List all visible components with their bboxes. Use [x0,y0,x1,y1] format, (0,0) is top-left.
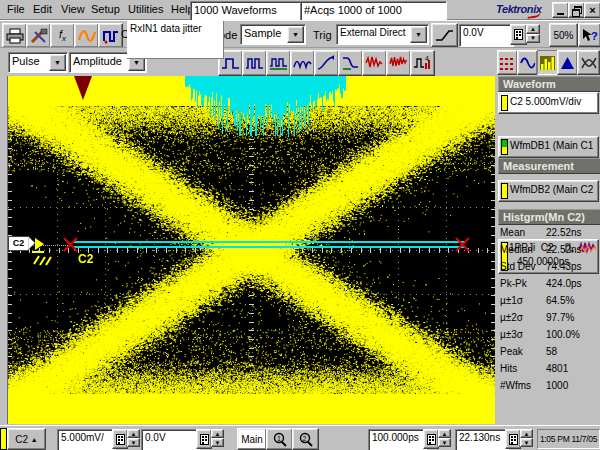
print-icon [6,28,24,44]
trig-level-spinner[interactable]: ▲▼ [526,24,540,43]
chevron-down-icon[interactable]: ▼ [287,26,304,43]
menu-edit[interactable]: Edit [28,1,57,17]
stat-row: µ±1σ64.5% [500,295,598,311]
waveform-item-wfmdb1[interactable]: WfmDB1 (Main C1 [498,136,599,158]
gate-cursor-left-icon[interactable] [62,236,79,253]
svg-text:?: ? [591,30,598,42]
horizontal-position-keypad-button[interactable] [505,429,521,449]
measurement-toolbar: Pulse ▼ Amplitude ▼ 4 [0,47,600,76]
waveform-item-label: WfmDB2 (Main C2 [510,184,598,195]
waveform-count-box: 1000 Waveforms [190,1,301,21]
minimize-button[interactable] [552,2,569,18]
period-icon [245,55,264,71]
meas-cycle-button[interactable] [290,50,315,76]
menu-view[interactable]: View [56,1,90,17]
stat-row: Peak58 [500,346,598,362]
meas-pulse-train-button[interactable] [266,50,291,76]
chevron-down-icon[interactable]: ▼ [49,54,66,71]
view-histogram-button[interactable] [537,50,558,75]
restore-button[interactable] [568,2,585,18]
vertical-offset-spinner[interactable]: ▲▼ [211,429,224,447]
stat-row: Hits4801 [500,363,598,379]
view-cursor-dashes-button[interactable] [497,50,518,75]
svg-text:2: 2 [302,435,306,442]
view-eye-button[interactable] [577,50,600,75]
meas-falltime-button[interactable] [338,50,363,76]
menu-bar: File Edit View Setup Utilities Help 1000… [0,0,600,20]
eye-diagram-icon [581,56,597,70]
zoom-percent-button[interactable]: 50% [549,23,578,47]
vertical-scale-spinner[interactable]: ▲▼ [127,429,140,447]
zoom2-button[interactable]: 2 [292,428,319,450]
tools-button[interactable] [26,23,51,48]
chevron-down-icon[interactable]: ▼ [410,26,427,43]
risetime-icon [317,55,336,71]
keypad-icon [514,29,523,40]
tdr-icon [102,28,120,44]
logo-swoosh [527,11,542,19]
keypad-icon [427,434,436,445]
trig-level-keypad-button[interactable] [510,24,527,45]
horizontal-scale-keypad-button[interactable] [423,429,439,449]
stat-row: Mean22.52ns [500,227,598,243]
menu-utilities[interactable]: Utilities [123,1,168,17]
waveform-item-wfmdb2[interactable]: WfmDB2 (Main C2 [498,180,599,202]
acq-mode-select[interactable]: Sample ▼ [240,24,306,45]
stat-row: µ±2σ97.7% [500,312,598,328]
channel-color-bar [0,428,7,450]
pulse-train-icon [269,55,288,71]
fx-icon: fx [59,28,66,43]
horizontal-position-spinner[interactable]: ▲▼ [520,429,533,447]
vertical-scale-field[interactable]: 5.000mV/ [57,429,116,450]
print-button[interactable] [2,23,27,48]
sine-view-icon [520,56,535,70]
menu-file[interactable]: File [2,1,30,17]
zoom1-button[interactable]: 1 [266,428,293,450]
channel-color-chip [501,183,508,199]
waveform-panel-header: Waveform [498,76,600,92]
waveform-item-c2[interactable]: C2 5.000mV/div [498,92,599,114]
vertical-offset-field[interactable]: 0.0V [141,429,200,450]
trace-label: C2 [78,252,93,266]
meas-jitter2-button[interactable] [386,50,411,76]
ground-symbol-icon [30,249,54,267]
meas-histogram4-button[interactable]: 4 [410,50,435,76]
waveform-button[interactable] [74,23,99,48]
bottom-bar: C2 ▲ 5.000mV/ ▲▼ 0.0V ▲▼ Main 1 2 100.00… [0,425,600,450]
timebase-mode-button[interactable]: Main [237,428,267,450]
channel-select-button[interactable]: C2 ▲ [7,428,46,450]
channel-marker[interactable]: C2 [8,236,34,250]
horizontal-scale-field[interactable]: 100.000ps [368,429,427,450]
view-sine-button[interactable] [517,50,538,75]
triangle-view-icon [560,56,575,70]
meas-period-button[interactable] [242,50,267,76]
meas-category1-select[interactable]: Pulse ▼ [8,52,68,73]
cursor-dashes-icon [500,56,515,70]
tooltip: RxIN1 data jitter [127,21,224,59]
view-triangle-button[interactable] [557,50,578,75]
measurement-gate-line[interactable] [74,241,466,248]
menu-setup[interactable]: Setup [86,1,125,17]
acq-count-box: #Acqs 1000 of 1000 [300,1,447,21]
context-help-button[interactable]: ? [578,23,600,47]
vertical-scale-keypad-button[interactable] [112,429,128,449]
tdr-button[interactable] [98,23,123,48]
trig-slope-button[interactable] [431,23,458,47]
meas-jitter1-button[interactable] [362,50,387,76]
vertical-offset-keypad-button[interactable] [196,429,212,449]
fx-button[interactable]: fx [50,23,75,48]
svg-text:4: 4 [425,55,429,62]
meas-risetime-button[interactable] [314,50,339,76]
trig-source-select[interactable]: External Direct ▼ [336,24,429,45]
trig-level-field[interactable]: 0.0V [459,24,514,47]
keypad-icon [200,434,209,445]
horizontal-scale-spinner[interactable]: ▲▼ [438,429,451,447]
magnifier2-icon: 2 [298,432,314,447]
histogram4-icon: 4 [413,55,432,71]
gate-cursor-right-icon[interactable] [454,236,471,253]
clock-display: 1:05 PM 11/7/05 [537,429,600,449]
close-button[interactable]: × [584,2,600,18]
horizontal-position-field[interactable]: 22.130ns [455,429,509,450]
main-toolbar: fx C ode Sample ▼ Trig External Direct ▼… [0,20,600,48]
magnifier1-icon: 1 [272,432,288,447]
